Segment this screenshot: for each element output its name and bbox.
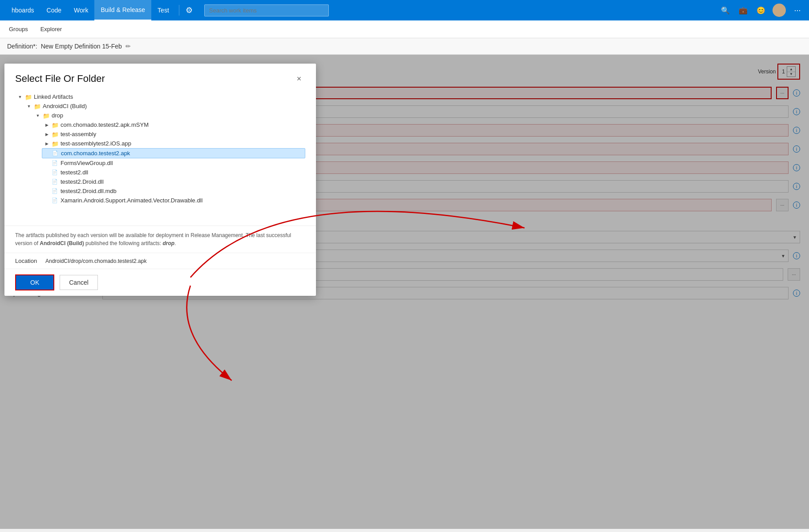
tree-row-xamarin-support[interactable]: ▶ 📄 Xamarin.Android.Support.Animated.Vec… xyxy=(42,196,305,205)
file-icon-droid-dll: 📄 xyxy=(52,179,59,185)
modal-info-italic: drop xyxy=(162,240,174,246)
avatar[interactable] xyxy=(773,4,786,17)
tree-toggle-msym[interactable]: ▶ xyxy=(44,122,50,128)
tree-row-droid-dll[interactable]: ▶ 📄 testest2.Droid.dll xyxy=(42,177,305,186)
modal-close-button[interactable]: × xyxy=(293,73,305,85)
modal-tree: ▼ 📁 Linked Artifacts ▼ 📁 AndroidCI (Buil… xyxy=(4,92,316,226)
tree-children-androidci: ▼ 📁 drop ▶ xyxy=(24,111,305,205)
top-navigation: hboards Code Work Build & Release Test ⚙… xyxy=(0,0,809,20)
tree-row-testest2dll[interactable]: ▶ 📄 testest2.dll xyxy=(42,168,305,177)
smiley-icon[interactable]: 😊 xyxy=(755,4,767,16)
tree-toggle-ios-app[interactable]: ▶ xyxy=(44,141,50,147)
nav-test[interactable]: Test xyxy=(151,0,175,20)
modal-dialog: Select File Or Folder × ▼ 📁 Linked Artif… xyxy=(4,64,316,296)
tree-row-ios-app[interactable]: ▶ 📁 test-assemblytest2.iOS.app xyxy=(42,139,305,148)
folder-icon-ios-app: 📁 xyxy=(52,141,59,147)
bag-icon[interactable]: 💼 xyxy=(737,4,749,16)
tree-label-apk: com.chomado.testest2.apk xyxy=(61,150,130,157)
definition-label: Definition*: xyxy=(7,43,37,50)
search-input[interactable] xyxy=(204,4,329,16)
file-icon-xamarin-support: 📄 xyxy=(52,197,59,204)
sub-navigation: Groups Explorer xyxy=(0,20,809,38)
tree-row-apk[interactable]: ▶ 📄 com.chomado.testest2.apk xyxy=(42,148,305,158)
tree-row-msym[interactable]: ▶ 📁 com.chomado.testest2.apk.mSYM xyxy=(42,120,305,129)
search-icon[interactable]: 🔍 xyxy=(719,4,732,16)
folder-icon-drop: 📁 xyxy=(43,113,50,119)
tree-label-ios-app: test-assemblytest2.iOS.app xyxy=(61,140,131,147)
folder-icon-msym: 📁 xyxy=(52,122,59,128)
modal-info-suffix: published the following artifacts: xyxy=(84,240,163,246)
file-icon-droid-mdb: 📄 xyxy=(52,188,59,194)
modal-info-period: . xyxy=(174,240,176,246)
tree-row-formsviewgroup[interactable]: ▶ 📄 FormsViewGroup.dll xyxy=(42,158,305,168)
tree-node-linked-artifacts: ▼ 📁 Linked Artifacts ▼ 📁 AndroidCI (Buil… xyxy=(15,92,305,205)
tree-node-testest2dll: ▶ 📄 testest2.dll xyxy=(42,168,305,177)
tree-toggle-androidci[interactable]: ▼ xyxy=(26,103,32,109)
definition-bar: Definition*: New Empty Definition 15-Feb… xyxy=(0,38,809,55)
tree-node-ios-app: ▶ 📁 test-assemblytest2.iOS.app xyxy=(42,139,305,148)
nav-build-release[interactable]: Build & Release xyxy=(94,0,151,20)
tree-label-droid-mdb: testest2.Droid.dll.mdb xyxy=(61,188,117,194)
tree-label-formsviewgroup: FormsViewGroup.dll xyxy=(61,160,113,166)
modal-overlay: Select File Or Folder × ▼ 📁 Linked Artif… xyxy=(0,55,809,529)
tree-label-testest2dll: testest2.dll xyxy=(61,169,88,176)
tree-toggle-test-assembly[interactable]: ▶ xyxy=(44,131,50,137)
tree-row-droid-mdb[interactable]: ▶ 📄 testest2.Droid.dll.mdb xyxy=(42,186,305,196)
modal-info-bold: AndroidCI (Build) xyxy=(40,240,84,246)
nav-dashboards[interactable]: hboards xyxy=(5,0,40,20)
tree-label-androidci: AndroidCI (Build) xyxy=(43,103,87,109)
more-icon[interactable]: ··· xyxy=(791,4,804,16)
definition-name: New Empty Definition 15-Feb xyxy=(41,43,122,50)
modal-footer: OK Cancel xyxy=(4,269,316,296)
subnav-explorer[interactable]: Explorer xyxy=(39,20,64,38)
nav-work[interactable]: Work xyxy=(68,0,94,20)
tree-node-androidci: ▼ 📁 AndroidCI (Build) ▼ 📁 xyxy=(24,101,305,205)
tree-toggle-linked-artifacts[interactable]: ▼ xyxy=(17,94,23,100)
tree-row-androidci[interactable]: ▼ 📁 AndroidCI (Build) xyxy=(24,101,305,111)
tree-row-drop[interactable]: ▼ 📁 drop xyxy=(33,111,305,120)
folder-icon-androidci: 📁 xyxy=(34,103,41,109)
tree-label-droid-dll: testest2.Droid.dll xyxy=(61,178,104,185)
tree-toggle-drop[interactable]: ▼ xyxy=(35,113,41,119)
gear-icon[interactable]: ⚙ xyxy=(183,4,195,16)
tree-node-drop: ▼ 📁 drop ▶ xyxy=(33,111,305,205)
tree-node-droid-mdb: ▶ 📄 testest2.Droid.dll.mdb xyxy=(42,186,305,196)
main-content: Test with Xamarin.UITest in Xamarin Test… xyxy=(0,55,809,529)
tree-node-test-assembly: ▶ 📁 test-assembly xyxy=(42,129,305,139)
location-label: Location xyxy=(15,258,42,264)
modal-title: Select File Or Folder xyxy=(15,73,105,85)
tree-node-apk: ▶ 📄 com.chomado.testest2.apk xyxy=(42,148,305,158)
modal-header: Select File Or Folder × xyxy=(4,64,316,92)
file-icon-formsviewgroup: 📄 xyxy=(52,160,59,166)
tree-node-formsviewgroup: ▶ 📄 FormsViewGroup.dll xyxy=(42,158,305,168)
tree-row-linked-artifacts[interactable]: ▼ 📁 Linked Artifacts xyxy=(15,92,305,101)
file-icon-apk: 📄 xyxy=(52,150,59,157)
tree-row-test-assembly[interactable]: ▶ 📁 test-assembly xyxy=(42,129,305,139)
tree-children-linked-artifacts: ▼ 📁 AndroidCI (Build) ▼ 📁 xyxy=(15,101,305,205)
cancel-button[interactable]: Cancel xyxy=(60,275,98,290)
nav-icons: 🔍 💼 😊 ··· xyxy=(719,4,804,17)
tree-children-drop: ▶ 📁 com.chomado.testest2.apk.mSYM xyxy=(33,120,305,205)
tree-label-linked-artifacts: Linked Artifacts xyxy=(34,93,73,100)
tree-label-msym: com.chomado.testest2.apk.mSYM xyxy=(61,121,149,128)
subnav-groups[interactable]: Groups xyxy=(7,20,30,38)
nav-code[interactable]: Code xyxy=(40,0,68,20)
folder-icon-test-assembly: 📁 xyxy=(52,131,59,137)
tree-label-test-assembly: test-assembly xyxy=(61,131,96,137)
tree-node-droid-dll: ▶ 📄 testest2.Droid.dll xyxy=(42,177,305,186)
ok-button[interactable]: OK xyxy=(15,274,54,290)
modal-info-text: The artifacts published by each version … xyxy=(4,226,316,253)
location-value: AndroidCI/drop/com.chomado.testest2.apk xyxy=(45,258,146,264)
tree-node-msym: ▶ 📁 com.chomado.testest2.apk.mSYM xyxy=(42,120,305,129)
tree-label-xamarin-support: Xamarin.Android.Support.Animated.Vector.… xyxy=(61,197,202,204)
nav-separator xyxy=(179,5,179,16)
folder-icon-linked-artifacts: 📁 xyxy=(25,94,32,100)
tree-label-drop: drop xyxy=(52,112,63,119)
tree-node-xamarin-support: ▶ 📄 Xamarin.Android.Support.Animated.Vec… xyxy=(42,196,305,205)
modal-location-row: Location AndroidCI/drop/com.chomado.test… xyxy=(4,253,316,269)
file-icon-testest2dll: 📄 xyxy=(52,169,59,176)
search-area xyxy=(204,4,710,16)
definition-edit-icon[interactable]: ✏ xyxy=(125,43,131,50)
